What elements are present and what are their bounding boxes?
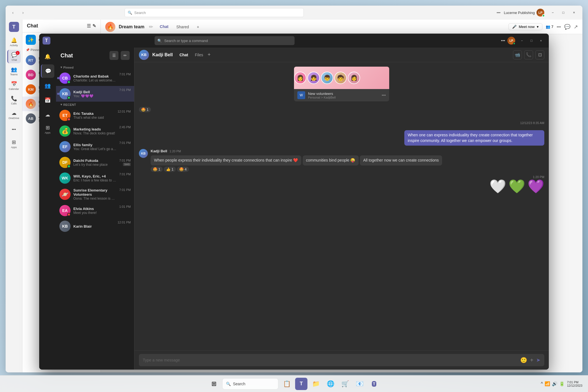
bg-nav-onedrive[interactable]: ☁ OneDrive <box>7 108 21 122</box>
bg-share-action[interactable]: ↗ <box>574 24 578 30</box>
bg-nav-more[interactable]: ••• <box>7 123 21 136</box>
fg-audio-call-btn[interactable]: 📞 <box>524 50 533 59</box>
taskbar-time: 7:01 PM12/12/2023 <box>567 381 582 387</box>
taskbar-outlook-btn[interactable]: 📧 <box>353 378 366 390</box>
fg-recent-section: ▾ Recent <box>56 102 134 108</box>
bg-nav-teams[interactable]: 👥 Teams <box>7 64 21 78</box>
bg-user-info: Lucerne Publishing LP <box>504 9 544 17</box>
bg-maximize-btn[interactable]: □ <box>558 9 568 17</box>
bg-more-btn[interactable]: ••• <box>497 11 501 15</box>
bg-nav-calls[interactable]: 📞 Calls <box>7 94 21 107</box>
fg-ellis-time: 7:01 PM <box>119 141 131 144</box>
fg-compose-icon[interactable]: ✏ <box>121 51 130 60</box>
bg-channel-tabs: Chat Shared + <box>159 20 200 34</box>
fg-card-reaction-btn[interactable]: 🤩 1 <box>139 107 151 112</box>
taskbar-windows-btn[interactable]: ⊞ <box>208 378 220 390</box>
bg-nav-activity[interactable]: 🔔 Activity <box>7 35 21 49</box>
fg-chat-item-karin[interactable]: KB Karin Blair 12:01 PM <box>56 218 134 234</box>
fg-doc-name: New volunteers <box>308 92 379 96</box>
fg-nav-calendar[interactable]: 📅 <box>41 94 54 107</box>
bg-nav-apps[interactable]: ⊞ Apps <box>7 137 21 151</box>
fg-chat-item-sunrise[interactable]: 🪐 Sunrise Elementary Volunteers Oona: Th… <box>56 186 134 203</box>
fg-sent-hearts-container: 1:20 PM 🤍 💚 💜 <box>139 175 544 193</box>
fg-add-tab-btn[interactable]: + <box>208 52 211 58</box>
fg-emoji-btn[interactable]: 🙂 <box>520 357 527 363</box>
bg-ellipsis-btn[interactable]: ••• <box>557 25 561 29</box>
fg-nav-activity[interactable]: 🔔 <box>41 50 54 63</box>
fg-chat-item-eric[interactable]: ET Eric Tanaka That's what she said 12:0… <box>56 108 134 123</box>
fg-charlotte-preview: Charlotte: Let us welcome our new PTA vo… <box>73 78 116 82</box>
bg-nav-calendar[interactable]: 📅 Calendar <box>7 79 21 92</box>
fg-karin-avatar: KB <box>59 221 71 232</box>
fg-reaction-1[interactable]: 🤩 1 <box>151 167 163 172</box>
fg-tab-files[interactable]: Files <box>194 52 204 58</box>
fg-contact-header: KB Kadji Bell Chat Files + 📹 📞 ⊡ <box>134 48 549 62</box>
fg-video-call-btn[interactable]: 📹 <box>513 50 522 59</box>
fg-daichi-time: 7:01 PM <box>119 159 131 162</box>
bg-apps-label: Apps <box>11 146 17 149</box>
bg-compose-btn[interactable]: ✎ <box>92 23 96 29</box>
bg-title-bar: ‹ › 🔍 Search ••• Lucerne Publishing LP −… <box>6 6 582 20</box>
taskbar-teams-btn[interactable]: T <box>295 378 307 390</box>
taskbar-chevron-icon[interactable]: ^ <box>541 381 543 386</box>
fg-attach-btn[interactable]: + <box>530 357 533 363</box>
bg-tab-chat[interactable]: Chat <box>159 20 170 34</box>
fg-chat-item-daichi[interactable]: DF Daichi Fukuda Let's try that new plac… <box>56 155 134 170</box>
fg-chat-item-elvia[interactable]: EA Elvia Atkins Meet you there! 1:01 PM <box>56 203 134 218</box>
fg-karin-time: 12:01 PM <box>118 221 131 224</box>
bg-minimize-btn[interactable]: − <box>548 9 558 17</box>
fg-nav-onedrive[interactable]: ☁ <box>41 108 54 122</box>
fg-chat-item-ellis[interactable]: EF Ellis family You: Great idea! Let's g… <box>56 139 134 155</box>
taskbar-taskview-btn[interactable]: 📋 <box>281 378 293 390</box>
fg-tab-chat[interactable]: Chat <box>178 52 189 58</box>
fg-ellipsis-btn[interactable]: ••• <box>501 38 505 43</box>
fg-chat-header: Chat ☰ ✏ <box>56 48 134 63</box>
fg-card-more-btn[interactable]: ••• <box>382 93 386 97</box>
fg-nav-chat[interactable]: 💬 <box>41 64 54 78</box>
fg-chat-item-kadji[interactable]: KB Kadji Bell You: 💜💜💜 7:01 PM <box>56 86 134 102</box>
fg-nav-apps[interactable]: ⊞ Apps <box>41 123 54 136</box>
fg-nav-teams[interactable]: 👥 <box>41 79 54 92</box>
bg-filter-btn[interactable]: ☰ <box>87 23 91 29</box>
bg-participants: 👥 7 <box>546 25 553 29</box>
bg-tab-add[interactable]: + <box>196 20 200 34</box>
fg-filter-icon[interactable]: ☰ <box>109 51 118 60</box>
fg-close-btn[interactable]: × <box>536 37 545 45</box>
bg-chat-action[interactable]: 💬 <box>564 24 570 30</box>
bg-nav-chat[interactable]: 💬 Chat 2 <box>7 50 21 63</box>
bg-close-btn[interactable]: × <box>569 9 579 17</box>
taskbar-store-btn[interactable]: 🛒 <box>339 378 351 390</box>
bg-forward-btn[interactable]: › <box>19 9 27 17</box>
fg-marketing-preview: Nova: The deck looks great! <box>73 131 116 135</box>
fg-input-box[interactable]: Type a new message 🙂 + ➤ <box>139 354 544 366</box>
bg-edit-icon[interactable]: ✏ <box>149 24 153 30</box>
bg-tab-shared[interactable]: Shared <box>175 20 190 34</box>
taskbar-wifi-icon[interactable]: 📶 <box>545 381 550 386</box>
bg-meet-btn[interactable]: 🎤 Meet now ▾ <box>508 23 542 30</box>
bg-more-dots-icon: ••• <box>12 127 16 132</box>
fg-minimize-btn[interactable]: − <box>517 37 526 45</box>
taskbar-teams2-btn[interactable]: T <box>368 378 380 390</box>
taskbar-battery-icon[interactable]: 🔋 <box>559 381 565 386</box>
fg-received-bubble-2: communities bind people 😜 <box>303 155 359 165</box>
taskbar-explorer-btn[interactable]: 📁 <box>310 378 322 390</box>
fg-chat-item-charlotte[interactable]: CB Charlotte and Babak Charlotte: Let us… <box>56 70 134 86</box>
bg-back-btn[interactable]: ‹ <box>9 9 17 17</box>
fg-teams-logo: T <box>43 37 50 45</box>
fg-maximize-btn[interactable]: □ <box>527 37 536 45</box>
taskbar-edge-btn[interactable]: 🌐 <box>324 378 337 390</box>
fg-chat-item-will[interactable]: WK Will, Kayo, Eric, +4 Eric: I have a f… <box>56 170 134 186</box>
fg-chat-item-marketing[interactable]: 💰 Marketing leads Nova: The deck looks g… <box>56 123 134 139</box>
taskbar-search[interactable]: 🔍 Search <box>222 378 278 389</box>
fg-sunrise-preview: Oona: The next lesson is on Mercury and … <box>73 197 116 200</box>
fg-daichi-name: Daichi Fukuda <box>73 158 116 163</box>
taskbar-sound-icon[interactable]: 🔊 <box>552 381 557 386</box>
bg-search-bar[interactable]: 🔍 Search <box>125 8 304 17</box>
fg-screen-share-btn[interactable]: ⊡ <box>535 50 544 59</box>
fg-search-bar[interactable]: 🔍 Search or type a command <box>155 36 295 45</box>
fg-ellis-preview: You: Great idea! Let's go ahead and sche… <box>73 147 116 151</box>
fg-user-avatar: LP <box>507 37 515 45</box>
fg-reaction-2[interactable]: 👍 1 <box>164 167 176 172</box>
fg-reaction-3[interactable]: 🤩 4 <box>177 167 189 172</box>
fg-send-btn[interactable]: ➤ <box>536 357 540 363</box>
